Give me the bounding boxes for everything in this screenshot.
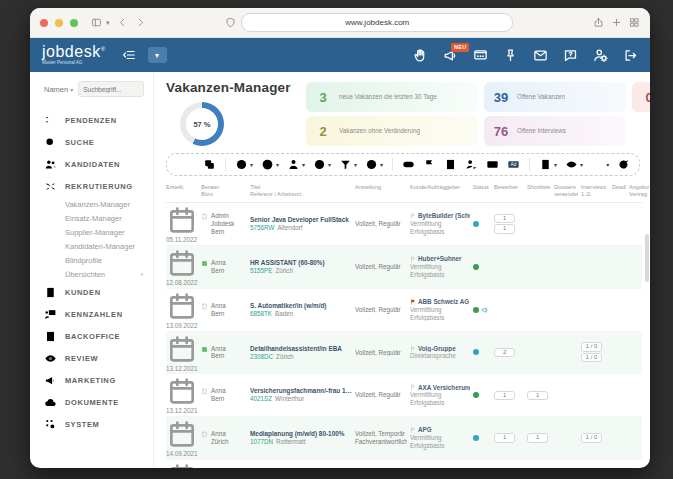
person-button[interactable]: ▾ <box>287 158 305 171</box>
column-header-berater-b-ro[interactable]: Berater Büro <box>201 184 247 198</box>
sidebar-item-review[interactable]: REVIEW <box>44 347 153 369</box>
interviews-count-2[interactable]: 1 / 0 <box>581 353 602 363</box>
vacancy-reference[interactable]: 6858TK <box>250 310 272 317</box>
column-header-dossiers-versendet[interactable]: Dossiers versendet <box>554 184 578 198</box>
vacancy-title-link[interactable]: Detailhandelsassistent/in EBA <box>250 345 352 353</box>
sidebar-subitem-kandidaten-manager[interactable]: Kandidaten-Manager <box>44 239 153 253</box>
column-header-angebot-vertrag[interactable]: Angebot Vertrag <box>629 184 649 198</box>
vacancy-reference[interactable]: 5756RW <box>250 224 274 231</box>
table-row[interactable]: 13.12.2021AnnaBernVersicherungsfachmann/… <box>166 374 642 417</box>
toggle-button[interactable] <box>402 158 415 171</box>
shield-icon[interactable] <box>225 17 236 28</box>
vacancy-reference[interactable]: 5155PE <box>250 267 272 274</box>
table-row[interactable]: 13.12.2021AnnaBernDetailhandelsassistent… <box>166 332 642 375</box>
column-header-erstellt[interactable]: Erstellt <box>166 184 198 191</box>
chevron-down-icon[interactable]: ▾ <box>106 19 110 27</box>
interviews-count[interactable]: 1 / 0 <box>581 342 602 352</box>
shortlist-count[interactable]: 1 <box>527 391 548 401</box>
table-row[interactable]: 05.11.2022Admin JobdeskBernSenior Java D… <box>166 203 642 246</box>
table-scrollbar[interactable] <box>645 234 649 282</box>
vacancy-reference[interactable]: 1077DN <box>250 438 273 445</box>
sidebar-subitem-blindprofile[interactable]: Blindprofile <box>44 253 153 267</box>
announcements-icon[interactable]: NEU <box>443 48 458 63</box>
circle-button[interactable]: ▾ <box>365 158 383 171</box>
sidebar-item-dokumente[interactable]: DOKUMENTE <box>44 391 153 413</box>
column-header-shortliste[interactable]: Shortliste <box>527 184 551 191</box>
client-name[interactable]: ABB Schweiz AG <box>410 298 470 306</box>
back-button[interactable] <box>117 17 128 28</box>
sidebar-subitem-einsatz-manager[interactable]: Einsatz-Manager <box>44 211 153 225</box>
column-header-deadline[interactable]: Deadline <box>612 184 626 191</box>
user-settings-icon[interactable] <box>593 48 608 63</box>
adoutline-button[interactable]: Ad <box>486 158 499 171</box>
applicants-count-2[interactable]: 1 <box>494 224 515 234</box>
table-row[interactable]: 14.09.2021AnnaZürichMediaplanung (m/w/d)… <box>166 417 642 460</box>
traffic-minimize-button[interactable] <box>55 19 63 27</box>
table-row[interactable]: 12.08.2022AnnaBernHR ASSISTANT (60-80%)5… <box>166 246 642 289</box>
column-header-interviews-1-2[interactable]: Interviews 1./2. <box>581 184 609 198</box>
column-header-bewerber[interactable]: Bewerber <box>494 184 524 191</box>
vacancy-title-link[interactable]: S. Automatiker/in (w/m/d) <box>250 302 352 310</box>
applicants-count[interactable]: 2 <box>494 348 515 358</box>
client-name[interactable]: APG <box>410 426 470 434</box>
vacancy-title-link[interactable]: HR ASSISTANT (60-80%) <box>250 259 352 267</box>
address-bar[interactable]: www.jobdesk.com <box>241 13 513 32</box>
applicants-count[interactable]: 1 <box>494 391 515 401</box>
form-button[interactable] <box>444 158 457 171</box>
sidebar-item-backoffice[interactable]: BACKOFFICE <box>44 325 153 347</box>
vacancy-reference[interactable]: 4021SZ <box>250 395 272 402</box>
interviews-count[interactable]: 1 / 0 <box>581 433 602 443</box>
vacancy-reference[interactable]: 2308DC <box>250 353 273 360</box>
column-header-titel-referenz-arbeitsort[interactable]: Titel Referenz / Arbeitsort <box>250 184 352 198</box>
app-logo[interactable]: jobdesk® Muster Personal AG <box>42 44 106 66</box>
tab-overview-icon[interactable] <box>629 17 640 28</box>
funnel-button[interactable]: ▾ <box>339 158 357 171</box>
search-button[interactable] <box>648 158 650 171</box>
sort-button[interactable]: ▾ <box>591 158 609 171</box>
sidebar-subitem-vakanzen-manager[interactable]: Vakanzen-Manager <box>44 197 153 211</box>
shortlist-count[interactable]: 1 <box>527 433 548 443</box>
logout-icon[interactable] <box>623 48 638 63</box>
hand-icon[interactable] <box>413 48 428 63</box>
applicants-count[interactable]: 1 <box>494 433 515 443</box>
client-name[interactable]: AXA Versicherungen AG <box>410 384 470 392</box>
sidebar-item-kennzahlen[interactable]: KENNZAHLEN <box>44 303 153 325</box>
client-name[interactable]: Volg-Gruppe <box>410 345 470 353</box>
forward-button[interactable] <box>135 17 146 28</box>
applicants-count[interactable]: 1 <box>494 214 515 224</box>
traffic-close-button[interactable] <box>40 19 48 27</box>
column-header-anstellung[interactable]: Anstellung <box>355 184 407 191</box>
sidebar-item-kunden[interactable]: KUNDEN <box>44 281 153 303</box>
plus-button[interactable] <box>182 158 195 171</box>
sidebar-item-kandidaten[interactable]: KANDIDATEN <box>44 153 153 175</box>
sidebar-item-marketing[interactable]: MARKETING <box>44 369 153 391</box>
workspace-dropdown[interactable]: ▾ <box>148 47 167 63</box>
search-input[interactable] <box>78 81 144 97</box>
globe-button[interactable]: ▾ <box>313 158 331 171</box>
refresh-button[interactable] <box>617 158 630 171</box>
column-header-status[interactable]: Status <box>473 184 491 191</box>
client-name[interactable]: Huber+Suhner <box>410 255 470 263</box>
sidebar-item-rekrutierung[interactable]: REKRUTIERUNG <box>44 175 153 197</box>
sidebar-item-pendenzen[interactable]: PENDENZEN <box>44 109 153 131</box>
column-header-kunde-auftraggeber[interactable]: Kunde/Auftraggeber <box>410 184 470 191</box>
vacancy-title-link[interactable]: Mediaplanung (m/w/d) 80-100% <box>250 430 352 438</box>
personcircle-button[interactable]: ▾ <box>261 158 279 171</box>
eyeslash-button[interactable]: ▾ <box>565 158 583 171</box>
sidebar-subitem-supplier-manager[interactable]: Supplier-Manager <box>44 225 153 239</box>
personcheck-button[interactable] <box>465 158 478 171</box>
mail-icon[interactable] <box>533 48 548 63</box>
building-button[interactable]: ▾ <box>539 158 557 171</box>
traffic-zoom-button[interactable] <box>70 19 78 27</box>
support-chat-icon[interactable]: ? <box>563 48 578 63</box>
board-icon[interactable] <box>473 48 488 63</box>
share-icon[interactable] <box>593 17 604 28</box>
copy-button[interactable] <box>203 158 216 171</box>
adfilled-button[interactable]: Ad <box>507 158 520 171</box>
table-row[interactable]: 13.09.2022AnnaBernS. Automatiker/in (w/m… <box>166 289 642 332</box>
vacancy-title-link[interactable]: Versicherungsfachmann/-frau 100% <box>250 387 352 395</box>
new-tab-icon[interactable] <box>611 17 622 28</box>
sidebar-toggle-icon[interactable] <box>91 17 102 28</box>
flag-button[interactable] <box>423 158 436 171</box>
pin-icon[interactable] <box>503 48 518 63</box>
